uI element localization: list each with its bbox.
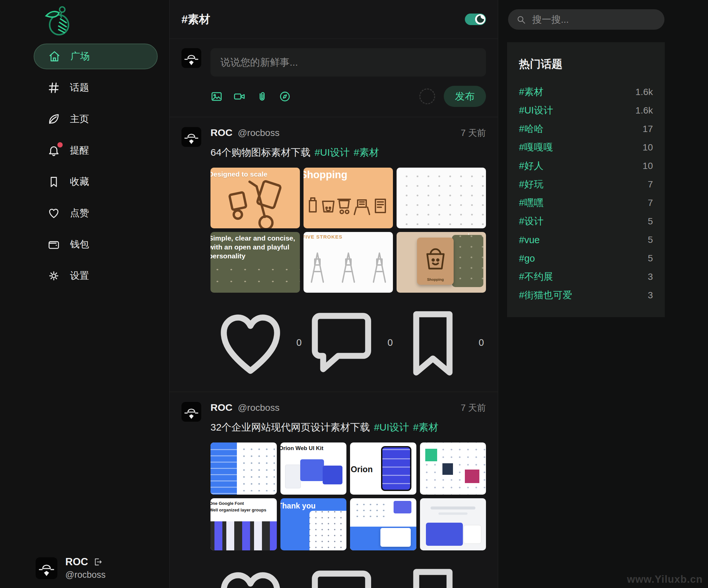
post-image-thumbnail[interactable] bbox=[420, 442, 486, 495]
post-time: 7 天前 bbox=[461, 402, 486, 414]
hashtag-link[interactable]: #素材 bbox=[413, 422, 439, 433]
topic-label: #好人 bbox=[519, 159, 543, 173]
compass-icon[interactable] bbox=[279, 90, 291, 102]
like-button[interactable]: 0 bbox=[210, 560, 301, 588]
topic-count: 5 bbox=[648, 216, 653, 227]
topic-count: 5 bbox=[648, 253, 653, 264]
bookmark-button[interactable]: 0 bbox=[393, 560, 484, 588]
post-image-thumbnail[interactable]: Orion Web UI Kit bbox=[281, 442, 347, 495]
topic-row[interactable]: #好人 10 bbox=[519, 157, 653, 175]
paperclip-icon[interactable] bbox=[256, 90, 268, 102]
hashtag-link[interactable]: #UI设计 bbox=[315, 147, 350, 158]
composer-input-wrap bbox=[210, 48, 486, 77]
publish-button[interactable]: 发布 bbox=[444, 86, 486, 107]
bell-icon bbox=[48, 144, 60, 157]
post-image-thumbnail[interactable] bbox=[420, 498, 486, 550]
emoji-picker-circle[interactable] bbox=[419, 88, 435, 104]
post-image-thumbnail[interactable]: Shopping bbox=[396, 232, 486, 293]
avatar[interactable] bbox=[181, 402, 201, 422]
topic-row[interactable]: #素材 1.6k bbox=[519, 83, 653, 101]
comment-button[interactable]: 0 bbox=[301, 302, 392, 382]
post-image-thumbnail[interactable]: FIVE STROKES bbox=[303, 232, 393, 293]
topic-row[interactable]: #设计 5 bbox=[519, 212, 653, 231]
app-root: 广场 话题 主页 提醒 bbox=[0, 0, 708, 588]
video-icon[interactable] bbox=[233, 90, 245, 102]
avatar bbox=[181, 48, 201, 68]
topic-count: 1.6k bbox=[636, 87, 653, 97]
app-logo[interactable] bbox=[41, 5, 74, 37]
sidebar-nav: 广场 话题 主页 提醒 bbox=[34, 43, 158, 294]
post-image-grid: Designed to scale Shopping bbox=[210, 168, 486, 293]
post: ROC @rocboss 7 天前 64个购物图标素材下载#UI设计#素材 De… bbox=[170, 117, 498, 392]
sidebar-item-label: 点赞 bbox=[70, 207, 89, 220]
image-icon[interactable] bbox=[210, 90, 223, 102]
topic-row[interactable]: #哈哈 17 bbox=[519, 120, 653, 138]
right-sidebar: 热门话题 #素材 1.6k #UI设计 1.6k #哈哈 17 #嘎嘎嘎 10 … bbox=[499, 0, 708, 588]
topic-label: #设计 bbox=[519, 215, 543, 228]
topic-row[interactable]: #vue 5 bbox=[519, 231, 653, 249]
hashtag-link[interactable]: #素材 bbox=[354, 147, 379, 158]
bookmark-icon bbox=[393, 302, 473, 382]
post-image-thumbnail[interactable]: Orion bbox=[350, 442, 416, 495]
page-title: #素材 bbox=[181, 12, 210, 27]
bookmark-button[interactable]: 0 bbox=[393, 302, 484, 382]
sidebar-item[interactable]: 主页 bbox=[34, 106, 158, 132]
post-image-thumbnail[interactable]: Simple, clear and concise, with an open … bbox=[210, 232, 300, 293]
hashtag-link[interactable]: #UI设计 bbox=[374, 422, 409, 433]
topic-row[interactable]: #嘎嘎嘎 10 bbox=[519, 138, 653, 157]
post-image-thumbnail[interactable]: Thank you bbox=[281, 498, 347, 550]
like-button[interactable]: 0 bbox=[210, 302, 301, 382]
topic-row[interactable]: #嘿嘿 7 bbox=[519, 194, 653, 212]
topic-label: #好玩 bbox=[519, 178, 543, 191]
sidebar-item[interactable]: 提醒 bbox=[34, 138, 158, 163]
post-footer: 0 0 0 bbox=[210, 302, 486, 382]
sidebar-item[interactable]: 收藏 bbox=[34, 169, 158, 195]
sidebar-item[interactable]: 钱包 bbox=[34, 232, 158, 257]
bookmark-icon bbox=[393, 560, 473, 588]
topic-row[interactable]: #UI设计 1.6k bbox=[519, 101, 653, 120]
post-author[interactable]: ROC bbox=[210, 127, 233, 138]
topic-label: #嘎嘎嘎 bbox=[519, 141, 553, 154]
sidebar-item-label: 钱包 bbox=[70, 238, 89, 251]
user-name: ROC bbox=[65, 556, 88, 568]
sidebar-item-label: 提醒 bbox=[70, 144, 89, 157]
post-image-thumbnail[interactable] bbox=[350, 498, 416, 550]
search-input[interactable] bbox=[532, 14, 656, 25]
post-composer: 发布 bbox=[170, 39, 498, 117]
post-handle[interactable]: @rocboss bbox=[238, 403, 279, 413]
topic-count: 1.6k bbox=[636, 105, 653, 116]
post: ROC @rocboss 7 天前 32个企业网站现代网页设计素材下载#UI设计… bbox=[170, 392, 498, 588]
composer-input[interactable] bbox=[220, 57, 476, 68]
wallet-icon bbox=[48, 238, 60, 251]
topic-row[interactable]: #不约展 3 bbox=[519, 268, 653, 286]
avatar bbox=[36, 557, 57, 579]
post-image-thumbnail[interactable] bbox=[210, 442, 277, 495]
topic-label: #哈哈 bbox=[519, 122, 543, 136]
avatar[interactable] bbox=[181, 127, 201, 147]
topic-label: #vue bbox=[519, 235, 540, 245]
sidebar-item[interactable]: 话题 bbox=[34, 75, 158, 100]
sidebar-item-label: 广场 bbox=[70, 50, 90, 63]
sidebar-item[interactable]: 设置 bbox=[34, 263, 158, 289]
topic-label: #不约展 bbox=[519, 270, 553, 284]
post-image-thumbnail[interactable]: One Google FontWell organized layer grou… bbox=[210, 498, 277, 550]
sidebar-item[interactable]: 点赞 bbox=[34, 200, 158, 226]
post-image-thumbnail[interactable]: Shopping bbox=[303, 168, 393, 228]
dark-mode-toggle[interactable] bbox=[465, 13, 486, 25]
post-time: 7 天前 bbox=[461, 127, 486, 139]
site-watermark: www.Yiluxb.cn bbox=[627, 574, 703, 585]
current-user-card[interactable]: ROC @rocboss bbox=[36, 556, 106, 580]
comment-button[interactable]: 0 bbox=[301, 560, 392, 588]
sidebar-item-label: 收藏 bbox=[70, 175, 89, 188]
post-image-thumbnail[interactable] bbox=[396, 168, 486, 228]
topic-count: 17 bbox=[643, 124, 653, 134]
sidebar-item[interactable]: 广场 bbox=[34, 43, 158, 69]
post-handle[interactable]: @rocboss bbox=[238, 128, 279, 138]
post-image-thumbnail[interactable]: Designed to scale bbox=[210, 168, 300, 228]
topic-row[interactable]: #go 5 bbox=[519, 249, 653, 268]
topic-row[interactable]: #街猫也可爱 3 bbox=[519, 286, 653, 304]
logout-icon[interactable] bbox=[93, 557, 102, 566]
topic-row[interactable]: #好玩 7 bbox=[519, 175, 653, 194]
topic-label: #嘿嘿 bbox=[519, 196, 543, 209]
post-author[interactable]: ROC bbox=[210, 402, 233, 413]
